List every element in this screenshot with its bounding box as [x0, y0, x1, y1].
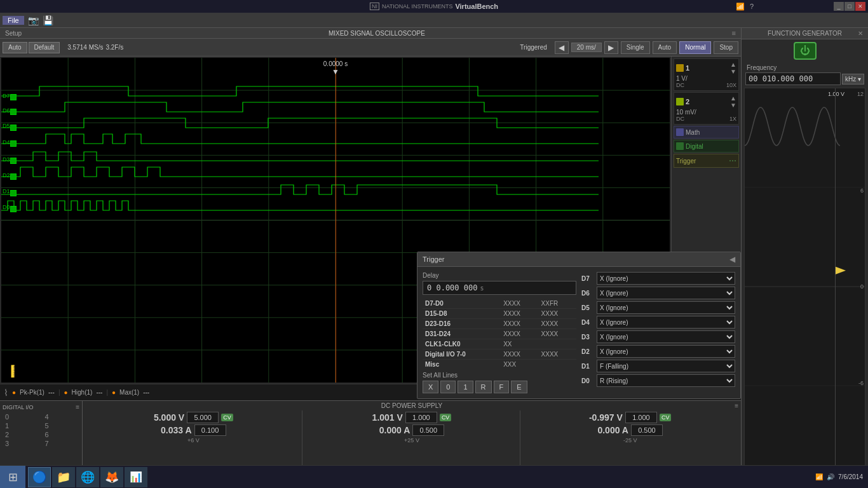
- dc-power-menu[interactable]: ≡: [735, 402, 738, 409]
- ch-neg25v-current: 0.000 A: [597, 425, 628, 435]
- taskbar-app-2[interactable]: 📁: [52, 467, 75, 487]
- ch2-num: 2: [686, 98, 689, 105]
- high-label: High(1): [72, 389, 93, 396]
- taskbar-app-3[interactable]: 🌐: [76, 467, 99, 487]
- d5-indicator: [10, 125, 17, 131]
- ch1-up[interactable]: ▲: [730, 61, 736, 68]
- single-btn[interactable]: Single: [621, 41, 650, 54]
- title-bar: NI NATIONAL INSTRUMENTS VirtualBench _ □…: [0, 0, 868, 13]
- power-ch-25v: 1.001 V CV 0.000 A +25 V: [304, 410, 521, 474]
- dnum-1: 1: [5, 422, 37, 430]
- max-dot: ●: [112, 389, 116, 396]
- ch1-down[interactable]: ▼: [730, 68, 736, 75]
- trigger-btn-row: X 0 1 R F E: [423, 381, 576, 393]
- d0-indicator: [10, 206, 17, 212]
- trig-0-btn[interactable]: 0: [440, 381, 456, 393]
- freq-digits[interactable]: 00 010.000 000: [745, 72, 841, 85]
- trigger-label: Trigger: [676, 158, 696, 165]
- trig-f-btn[interactable]: F: [494, 381, 510, 393]
- stop-btn[interactable]: Stop: [714, 41, 738, 54]
- trig-r-btn[interactable]: R: [475, 381, 492, 393]
- start-btn[interactable]: ⊞: [0, 466, 25, 489]
- power-ch-25v-volt-row: 1.001 V CV: [306, 412, 518, 423]
- digital-color: [676, 142, 684, 150]
- save-icon[interactable]: 💾: [43, 15, 53, 25]
- digital-channel-item[interactable]: Digital: [674, 140, 739, 152]
- d6-indicator: [10, 109, 17, 115]
- taskbar-app-1[interactable]: 🔵: [28, 467, 51, 487]
- ch-neg25v-curr-input[interactable]: [631, 424, 663, 436]
- math-channel-item[interactable]: Math: [674, 126, 739, 139]
- ch-trig-d6-select[interactable]: X (Ignore)01R (Rising)F (Falling): [597, 287, 735, 299]
- high-value: ---: [96, 389, 102, 396]
- taskbar: ⊞ 🔵 📁 🌐 🦊 📊 📶 🔊 7/6/2014: [0, 465, 868, 488]
- trigger-channel-item[interactable]: Trigger ⋯: [674, 154, 739, 168]
- close-btn[interactable]: ✕: [855, 2, 865, 11]
- ch2-value: 10 mV/: [676, 109, 736, 116]
- osc-menu-icon[interactable]: ≡: [732, 29, 736, 37]
- func-gen-header: FUNCTION GENERATOR ✕: [742, 28, 868, 39]
- sample-rate: 3.5714 MS/s: [67, 44, 103, 51]
- ch-trig-d4-select[interactable]: X (Ignore)01R (Rising)F (Falling): [597, 316, 735, 329]
- window-controls[interactable]: _ □ ✕: [834, 2, 865, 11]
- ch-trig-d2-select[interactable]: X (Ignore)01R (Rising)F (Falling): [597, 345, 735, 358]
- taskbar-app-4[interactable]: 🦊: [100, 467, 123, 487]
- trigger-collapse-btn[interactable]: ◀: [729, 255, 735, 264]
- ch2-down[interactable]: ▼: [730, 102, 736, 109]
- trig-x-btn[interactable]: X: [423, 381, 438, 393]
- taskbar-icon-3: 🌐: [81, 470, 95, 484]
- file-menu-btn[interactable]: File: [3, 16, 24, 25]
- taskbar-icon-4: 🦊: [105, 470, 119, 484]
- normal-btn[interactable]: Normal: [679, 41, 711, 54]
- ch-trig-row-d7: D7 X (Ignore)01R (Rising)F (Falling): [581, 272, 735, 285]
- auto-btn[interactable]: Auto: [3, 42, 27, 53]
- channel-2-item: 2 ▲ ▼ 10 mV/ DC 1X: [674, 92, 739, 125]
- power-ch-neg25v-volt-row: -0.997 V CV: [524, 412, 736, 423]
- ch-6v-volt-input[interactable]: [187, 412, 219, 423]
- delay-unit: s: [480, 285, 484, 292]
- ch2-up[interactable]: ▲: [730, 95, 736, 102]
- ch-trig-d5-label: D5: [581, 304, 594, 311]
- ch2-multiplier: 1X: [729, 116, 736, 122]
- ch-trig-d7-label: D7: [581, 275, 594, 282]
- tick-neg6: -6: [847, 380, 864, 386]
- ch-neg25v-volt-input[interactable]: [625, 412, 657, 423]
- minimize-btn[interactable]: _: [834, 2, 844, 11]
- func-gen-power-btn[interactable]: ⏻: [794, 42, 817, 60]
- ch-trig-row-d5: D5 X (Ignore)01R (Rising)F (Falling): [581, 301, 735, 314]
- osc-controls: Auto Default 3.5714 MS/s 3.2F/s Triggere…: [0, 39, 741, 57]
- app-logo: NI NATIONAL INSTRUMENTS VirtualBench: [370, 3, 498, 10]
- func-gen-close[interactable]: ✕: [858, 30, 863, 37]
- time-right-btn[interactable]: ▶: [604, 41, 618, 54]
- time-left-btn[interactable]: ◀: [555, 41, 569, 54]
- trig-1-btn[interactable]: 1: [458, 381, 473, 393]
- ch-label-d6: D6: [3, 107, 10, 114]
- dnum-4: 4: [45, 413, 78, 421]
- table-row: CLK1-CLK0 XX: [423, 339, 576, 349]
- default-btn[interactable]: Default: [29, 42, 60, 53]
- maximize-btn[interactable]: □: [844, 2, 855, 11]
- ch-trig-d5-select[interactable]: X (Ignore)01R (Rising)F (Falling): [597, 301, 735, 314]
- set-all-label: Set All Lines: [423, 372, 576, 379]
- taskbar-icon-1: 🔵: [32, 470, 46, 484]
- ch-25v-curr-input[interactable]: [412, 424, 444, 436]
- dnum-7: 7: [45, 440, 78, 447]
- ch-trig-d0-label: D0: [581, 377, 594, 384]
- ch-trig-d1-select[interactable]: X (Ignore)01R (Rising)F (Falling): [597, 360, 735, 372]
- freq-unit-btn[interactable]: kHz ▾: [842, 74, 864, 85]
- trig-e-btn[interactable]: E: [511, 381, 527, 393]
- ch-trig-d7-select[interactable]: X (Ignore)01R (Rising)F (Falling): [597, 272, 735, 285]
- trigger-left-section: Delay 0 0.000 000 s D7-D0 XXXX XXFR D15-…: [423, 272, 576, 393]
- osc-title: MIXED SIGNAL OSCILLOSCOPE: [22, 30, 731, 37]
- auto-mode-btn[interactable]: Auto: [653, 41, 677, 54]
- taskbar-app-5[interactable]: 📊: [125, 467, 147, 487]
- ch-6v-curr-input[interactable]: [194, 424, 226, 436]
- digital-io-menu[interactable]: ≡: [76, 403, 79, 410]
- camera-icon[interactable]: 📷: [28, 15, 39, 25]
- ch-trig-d3-select[interactable]: X (Ignore)01R (Rising)F (Falling): [597, 330, 735, 343]
- ch-trig-d0-select[interactable]: X (Ignore)01R (Rising)F (Falling): [597, 374, 735, 387]
- high-dot: ●: [64, 389, 68, 396]
- ch-trig-row-d2: D2 X (Ignore)01R (Rising)F (Falling): [581, 345, 735, 358]
- ch-25v-volt-input[interactable]: [405, 412, 437, 423]
- delay-title: Delay: [423, 272, 576, 279]
